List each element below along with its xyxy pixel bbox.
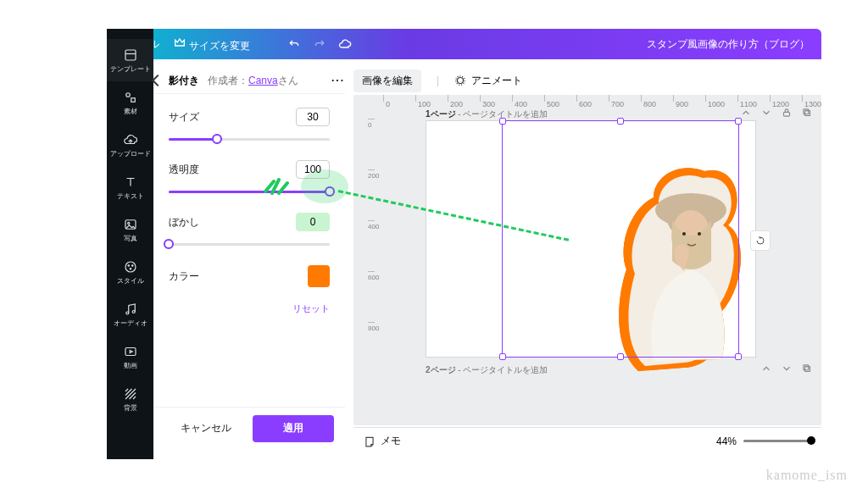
color-swatch[interactable] — [308, 265, 330, 287]
nav-bg[interactable]: 背景 — [107, 378, 153, 420]
animate-button[interactable]: アニメート — [454, 74, 522, 88]
hatch-icon — [123, 386, 138, 402]
page-1-controls — [740, 107, 813, 119]
watermark: kamome_ism — [766, 468, 848, 483]
svg-rect-24 — [804, 365, 809, 370]
chevron-up-icon[interactable] — [760, 363, 772, 374]
nav-text[interactable]: テキスト — [107, 166, 153, 208]
nav-video[interactable]: 動画 — [107, 336, 153, 378]
author-link[interactable]: Canva — [248, 75, 278, 86]
rotate-icon — [755, 236, 765, 246]
svg-point-2 — [125, 92, 130, 97]
chevron-up-icon[interactable] — [740, 107, 752, 119]
context-toolbar: 画像を編集 | アニメート — [353, 68, 794, 93]
more-menu-icon[interactable]: ··· — [331, 75, 345, 86]
chevron-down-icon[interactable] — [760, 107, 772, 119]
back-chevron-icon[interactable] — [152, 75, 164, 86]
bottom-bar: メモ 44% — [353, 427, 821, 454]
nav-audio[interactable]: オーディオ — [107, 293, 153, 336]
svg-rect-17 — [805, 111, 810, 116]
page-2-controls — [760, 363, 813, 374]
size-label: サイズ — [169, 110, 199, 125]
animate-icon — [454, 75, 466, 86]
svg-marker-13 — [130, 350, 132, 352]
prop-color: カラー — [169, 265, 330, 287]
shapes-icon — [123, 90, 138, 105]
zoom-slider[interactable] — [743, 440, 811, 442]
author-label: 作成者： — [208, 74, 248, 88]
rotate-handle[interactable] — [750, 230, 771, 251]
page-2-title[interactable]: 2ページ - ページタイトルを追加 — [426, 364, 548, 376]
video-icon — [123, 344, 138, 359]
duplicate-icon[interactable] — [801, 363, 813, 374]
panel-header: 影付き 作成者： Canva さん ··· — [153, 68, 345, 93]
editor-canvas[interactable]: 0100200300400500600700800900100011001200… — [353, 95, 821, 425]
nav-elements[interactable]: 素材 — [107, 81, 153, 124]
photo-icon — [123, 217, 138, 232]
svg-point-11 — [132, 310, 135, 313]
nav-template[interactable]: テンプレート — [107, 39, 153, 81]
page-1-title[interactable]: 1ページ - ページタイトルを追加 — [426, 108, 548, 120]
duplicate-icon[interactable] — [801, 107, 813, 119]
annotation-highlight — [301, 169, 348, 203]
apply-button[interactable]: 適用 — [253, 415, 334, 442]
selection-box[interactable] — [502, 120, 739, 358]
divider: | — [437, 75, 439, 86]
top-app-bar: ファイル サイズを変更 スタンプ風画像の作り方（ブログ） — [107, 29, 821, 59]
color-label: カラー — [169, 269, 199, 284]
text-icon — [123, 175, 138, 190]
svg-rect-18 — [804, 109, 809, 114]
cloud-upload-icon — [123, 132, 138, 147]
cloud-sync-icon[interactable] — [338, 37, 352, 51]
svg-point-6 — [125, 262, 136, 272]
crown-icon — [173, 36, 186, 49]
nav-style[interactable]: スタイル — [107, 251, 153, 293]
palette-icon — [123, 259, 138, 274]
size-slider[interactable] — [169, 133, 330, 145]
document-title: スタンプ風画像の作り方（ブログ） — [647, 37, 810, 52]
svg-point-5 — [127, 222, 129, 224]
edit-image-button[interactable]: 画像を編集 — [353, 69, 421, 92]
annotation-mark-icon — [262, 175, 291, 195]
panel-footer: キャンセル 適用 — [153, 407, 345, 449]
music-icon — [123, 302, 138, 317]
svg-point-7 — [128, 264, 130, 266]
panel-title: 影付き — [169, 74, 199, 88]
svg-point-8 — [131, 264, 133, 266]
blur-slider[interactable] — [169, 238, 330, 250]
svg-rect-12 — [125, 347, 136, 355]
chevron-down-icon[interactable] — [781, 363, 793, 374]
svg-point-10 — [125, 312, 128, 314]
prop-blur: ぼかし 0 — [169, 213, 330, 250]
reset-link[interactable]: リセット — [169, 302, 330, 315]
side-nav: テンプレート 素材 アップロード テキスト 写真 スタイル オーディオ 動画 — [107, 29, 153, 459]
svg-rect-0 — [125, 50, 136, 60]
opacity-label: 透明度 — [169, 163, 199, 177]
nav-upload[interactable]: アップロード — [107, 124, 153, 166]
svg-rect-3 — [131, 97, 135, 102]
svg-rect-23 — [805, 367, 810, 372]
notes-icon[interactable] — [364, 435, 376, 447]
cancel-button[interactable]: キャンセル — [165, 415, 247, 442]
ruler-vertical: 0200400600800 — [368, 110, 383, 407]
menu-resize[interactable]: サイズを変更 — [173, 36, 250, 53]
svg-point-9 — [130, 268, 131, 269]
blur-value-input[interactable]: 0 — [296, 213, 330, 231]
svg-point-14 — [458, 78, 464, 84]
undo-icon[interactable] — [287, 37, 301, 51]
shadow-properties-panel: サイズ 30 透明度 100 ぼかし 0 — [153, 93, 345, 403]
size-value-input[interactable]: 30 — [296, 108, 330, 126]
nav-photo[interactable]: 写真 — [107, 208, 153, 251]
redo-icon[interactable] — [313, 37, 326, 51]
notes-button[interactable]: メモ — [381, 434, 401, 448]
prop-size: サイズ 30 — [169, 108, 330, 145]
template-icon — [123, 47, 138, 63]
lock-icon[interactable] — [781, 107, 793, 119]
zoom-level[interactable]: 44% — [716, 435, 737, 447]
blur-label: ぼかし — [169, 215, 199, 230]
author-suffix: さん — [278, 74, 298, 88]
svg-rect-16 — [784, 112, 790, 116]
